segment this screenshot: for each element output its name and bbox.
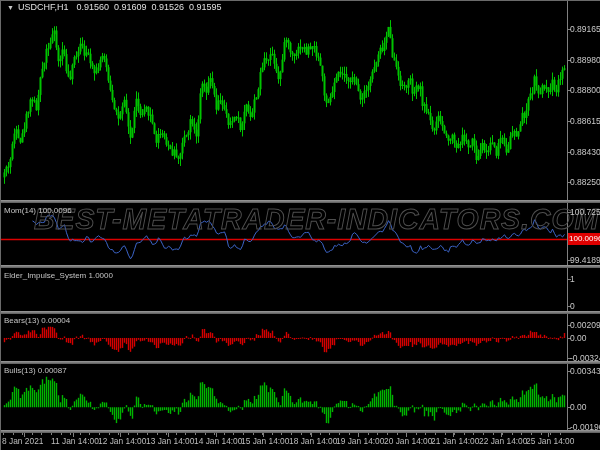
price-axis-tick: 0.88615	[570, 116, 600, 126]
indicator-label-bulls-power: Bulls(13) 0.00087	[4, 366, 67, 375]
time-axis-label: 13 Jan 14:00	[146, 436, 194, 446]
time-axis-label: 22 Jan 14:00	[479, 436, 527, 446]
bears-axis-tick: -0.00324	[570, 353, 600, 363]
indicator-label-elder-impulse: Elder_Impulse_System 1.0000	[4, 271, 113, 280]
chart-titlebar: ▼USDCHF,H10.915600.916090.915260.91595	[1, 1, 600, 14]
mt4-chart-window: ▼USDCHF,H10.915600.916090.915260.91595 B…	[0, 0, 600, 450]
price-close: 0.91595	[189, 2, 222, 12]
panel-splitter[interactable]	[1, 265, 600, 268]
chart-dropdown-icon[interactable]: ▼	[7, 4, 14, 11]
time-axis-label: 15 Jan 14:00	[241, 436, 289, 446]
price-axis-tick: 0.88800	[570, 85, 600, 95]
price-high: 0.91609	[114, 2, 147, 12]
bears-axis-tick: 0.00	[570, 333, 587, 343]
bulls-axis-tick: 0.00343	[570, 366, 600, 376]
time-axis-label: 8 Jan 2021	[2, 436, 43, 446]
panel-splitter[interactable]	[1, 200, 600, 203]
price-open: 0.91560	[76, 2, 109, 12]
watermark: BEST-METATRADER-INDICATORS.COM	[34, 202, 599, 236]
time-axis-label: 20 Jan 14:00	[384, 436, 432, 446]
elder-axis-tick: 1	[570, 274, 575, 284]
time-axis-label: 21 Jan 14:00	[431, 436, 479, 446]
panel-splitter[interactable]	[1, 430, 600, 433]
price-axis-tick: 0.89165	[570, 24, 600, 34]
bulls-axis-tick: -0.00196	[570, 422, 600, 432]
indicator-label-bears-power: Bears(13) 0.00004	[4, 316, 70, 325]
price-axis-tick: 0.88430	[570, 147, 600, 157]
price-axis-tick: 0.88980	[570, 55, 600, 65]
momentum-axis-tick: 99.4189	[570, 255, 600, 265]
panel-splitter[interactable]	[1, 311, 600, 314]
bears-axis-tick: 0.00209	[570, 320, 600, 330]
time-axis-label: 25 Jan 14:00	[526, 436, 574, 446]
bulls-axis-tick: 0.00	[570, 402, 587, 412]
chart-symbol: USDCHF,H1	[18, 2, 69, 12]
momentum-current-value-badge: 100.0096	[568, 233, 600, 245]
time-axis-label: 19 Jan 14:00	[336, 436, 384, 446]
time-axis-label: 14 Jan 14:00	[194, 436, 242, 446]
price-axis-tick: 0.88250	[570, 177, 600, 187]
momentum-axis-tick: 100.7256	[570, 207, 600, 217]
elder-axis-tick: 0	[570, 301, 575, 311]
time-axis-label: 12 Jan 14:00	[98, 436, 146, 446]
price-low: 0.91526	[152, 2, 185, 12]
panel-splitter[interactable]	[1, 361, 600, 364]
time-axis-label: 11 Jan 14:00	[51, 436, 99, 446]
indicator-label-momentum: Mom(14) 100.0096	[4, 206, 72, 215]
time-axis-label: 18 Jan 14:00	[289, 436, 337, 446]
